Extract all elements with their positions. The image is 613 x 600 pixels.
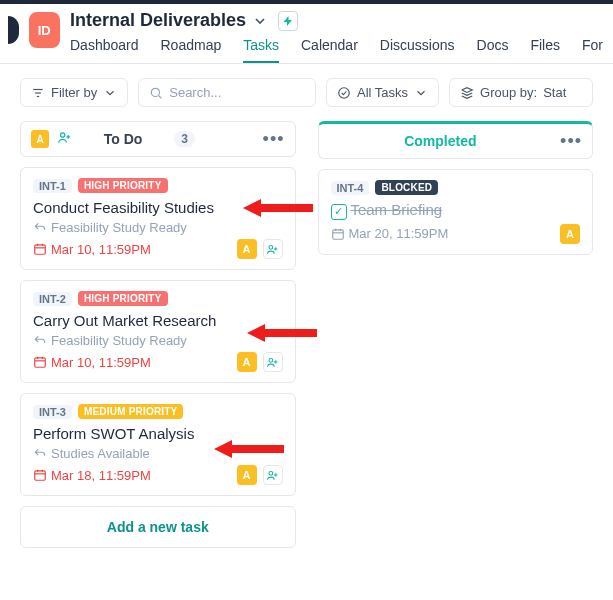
search-placeholder: Search...	[169, 85, 221, 100]
column-menu-button[interactable]: •••	[560, 132, 582, 150]
stack-icon	[460, 86, 474, 100]
column-header-completed[interactable]: Completed •••	[318, 121, 594, 159]
tab-roadmap[interactable]: Roadmap	[161, 37, 222, 63]
assignee-badge[interactable]: A	[237, 465, 257, 485]
nav-collapse-handle[interactable]	[8, 16, 19, 44]
link-icon	[33, 221, 47, 235]
task-id: INT-2	[33, 292, 72, 306]
search-icon	[149, 86, 163, 100]
add-assignee-button[interactable]	[263, 465, 283, 485]
due-date: Mar 10, 11:59PM	[33, 242, 151, 257]
chevron-down-icon	[103, 86, 117, 100]
groupby-value: Stat	[543, 85, 566, 100]
annotation-arrow	[247, 322, 317, 344]
task-dependency: Feasibility Study Ready	[33, 220, 283, 235]
assignee-badge[interactable]: A	[237, 239, 257, 259]
task-dependency: Feasibility Study Ready	[33, 333, 283, 348]
link-icon	[33, 334, 47, 348]
due-date: Mar 10, 11:59PM	[33, 355, 151, 370]
priority-badge: HIGH PRIORITY	[78, 178, 168, 193]
groupby-label: Group by:	[480, 85, 537, 100]
project-tabs: Dashboard Roadmap Tasks Calendar Discuss…	[70, 37, 603, 63]
project-avatar: ID	[29, 12, 61, 48]
priority-badge: HIGH PRIORITY	[78, 291, 168, 306]
annotation-arrow	[214, 438, 284, 460]
chevron-down-icon[interactable]	[252, 13, 268, 29]
calendar-icon	[33, 468, 47, 482]
tab-calendar[interactable]: Calendar	[301, 37, 358, 63]
svg-point-13	[269, 245, 273, 249]
svg-point-6	[60, 133, 64, 137]
calendar-icon	[33, 242, 47, 256]
task-id: INT-4	[331, 181, 370, 195]
priority-badge: BLOCKED	[375, 180, 438, 195]
column-header-todo[interactable]: A To Do 3 •••	[20, 121, 296, 157]
tab-docs[interactable]: Docs	[477, 37, 509, 63]
add-assignee-button[interactable]	[263, 352, 283, 372]
column-title: Completed	[329, 133, 553, 149]
project-title[interactable]: Internal Deliverables	[70, 10, 246, 31]
assignee-badge[interactable]: A	[560, 224, 580, 244]
task-title: Carry Out Market Research	[33, 312, 283, 329]
svg-line-4	[159, 95, 162, 98]
filter-label: Filter by	[51, 85, 97, 100]
priority-badge: MEDIUM PRIORITY	[78, 404, 184, 419]
annotation-arrow	[243, 197, 313, 219]
assignee-badge[interactable]: A	[237, 352, 257, 372]
svg-marker-34	[243, 199, 313, 217]
add-assignee-button[interactable]	[263, 239, 283, 259]
filter-button[interactable]: Filter by	[20, 78, 128, 107]
calendar-icon	[33, 355, 47, 369]
svg-point-3	[152, 88, 160, 96]
assignee-badge: A	[31, 130, 49, 148]
svg-point-5	[339, 87, 350, 98]
svg-rect-16	[35, 358, 46, 367]
calendar-icon	[331, 227, 345, 241]
add-task-button[interactable]: Add a new task	[20, 506, 296, 548]
task-title: ✓ Team Briefing	[331, 201, 581, 220]
column-count: 3	[174, 131, 195, 147]
column-completed: Completed ••• INT-4 BLOCKED ✓ Team Brief…	[318, 121, 594, 255]
svg-marker-36	[214, 440, 284, 458]
svg-marker-35	[247, 324, 317, 342]
add-assignee-icon[interactable]	[57, 130, 72, 148]
tab-dashboard[interactable]: Dashboard	[70, 37, 139, 63]
alltasks-label: All Tasks	[357, 85, 408, 100]
checkbox-icon[interactable]: ✓	[331, 204, 347, 220]
svg-rect-9	[35, 245, 46, 254]
svg-point-27	[269, 471, 273, 475]
filter-icon	[31, 86, 45, 100]
tab-tasks[interactable]: Tasks	[243, 37, 279, 63]
groupby-button[interactable]: Group by: Stat	[449, 78, 593, 107]
link-icon	[33, 447, 47, 461]
svg-rect-30	[332, 229, 343, 238]
alltasks-button[interactable]: All Tasks	[326, 78, 439, 107]
due-date: Mar 18, 11:59PM	[33, 468, 151, 483]
tab-discussions[interactable]: Discussions	[380, 37, 455, 63]
svg-point-20	[269, 358, 273, 362]
tab-files[interactable]: Files	[530, 37, 560, 63]
chevron-down-icon	[414, 86, 428, 100]
automation-button[interactable]	[278, 11, 298, 31]
tab-more[interactable]: For	[582, 37, 603, 63]
column-menu-button[interactable]: •••	[263, 130, 285, 148]
due-date: Mar 20, 11:59PM	[331, 226, 449, 241]
task-id: INT-1	[33, 179, 72, 193]
column-title: To Do	[80, 131, 166, 147]
search-input[interactable]: Search...	[138, 78, 316, 107]
task-id: INT-3	[33, 405, 72, 419]
task-card[interactable]: INT-4 BLOCKED ✓ Team Briefing Mar 20, 11…	[318, 169, 594, 255]
check-circle-icon	[337, 86, 351, 100]
svg-rect-23	[35, 471, 46, 480]
